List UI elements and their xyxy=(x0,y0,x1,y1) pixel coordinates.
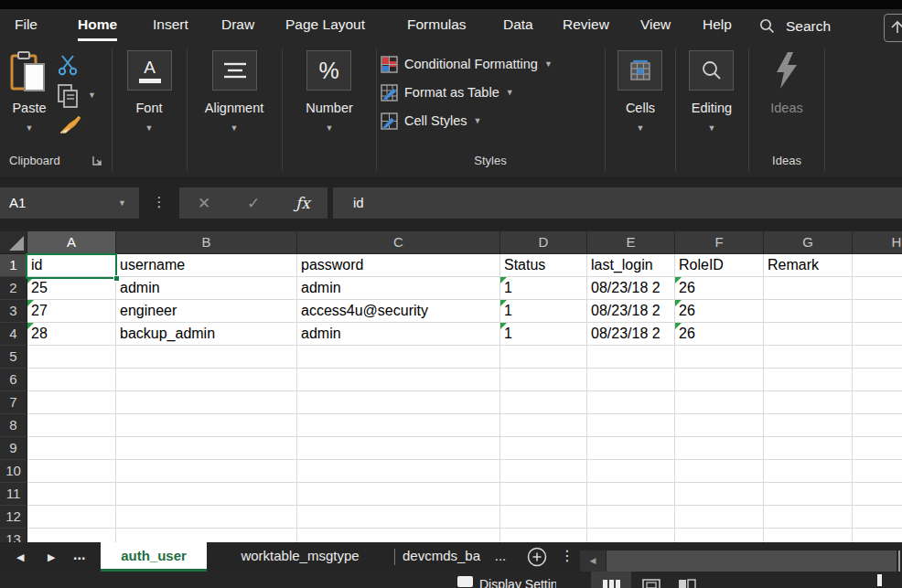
cell-H8[interactable] xyxy=(853,414,902,437)
row-header-9[interactable]: 9 xyxy=(0,437,27,460)
row-header-4[interactable]: 4 xyxy=(0,323,27,346)
alignment-dropdown-caret[interactable]: ▼ xyxy=(188,123,281,133)
column-header-D[interactable]: D xyxy=(500,231,587,254)
cell-C13[interactable] xyxy=(297,529,500,542)
cell-D6[interactable] xyxy=(500,369,587,391)
cell-C10[interactable] xyxy=(297,460,500,483)
cell-G4[interactable] xyxy=(764,323,853,346)
cell-E7[interactable] xyxy=(587,391,675,414)
cell-D2[interactable]: 1 xyxy=(500,277,587,300)
cell-C3[interactable]: access4u@security xyxy=(297,300,500,323)
sheet-tab-menu-icon[interactable]: ⋮ xyxy=(560,542,574,572)
tab-formulas[interactable]: Formulas xyxy=(407,9,467,43)
cell-F4[interactable]: 26 xyxy=(675,323,764,346)
cell-B4[interactable]: backup_admin xyxy=(116,323,297,346)
cell-B3[interactable]: engineer xyxy=(116,300,297,323)
cell-F13[interactable] xyxy=(675,529,764,542)
formula-input[interactable]: id xyxy=(333,187,902,219)
number-group[interactable]: % Number ▼ xyxy=(283,43,376,176)
page-layout-view-icon[interactable] xyxy=(642,579,660,588)
cells-dropdown-caret[interactable]: ▼ xyxy=(606,123,675,133)
row-header-1[interactable]: 1 xyxy=(0,254,27,277)
format-painter-icon[interactable] xyxy=(57,112,82,136)
cell-E5[interactable] xyxy=(587,346,675,369)
cell-G7[interactable] xyxy=(764,391,853,414)
cell-A7[interactable] xyxy=(27,391,116,414)
cell-G2[interactable] xyxy=(764,277,853,300)
cell-B13[interactable] xyxy=(116,529,297,542)
error-indicator-icon[interactable] xyxy=(675,323,682,329)
cell-H6[interactable] xyxy=(853,369,902,391)
cell-E6[interactable] xyxy=(587,369,675,391)
cell-C5[interactable] xyxy=(297,346,500,369)
row-header-6[interactable]: 6 xyxy=(0,369,27,391)
cell-C1[interactable]: password xyxy=(297,254,500,277)
editing-dropdown-caret[interactable]: ▼ xyxy=(676,123,747,133)
cell-C12[interactable] xyxy=(297,506,500,529)
editing-group[interactable]: Editing ▼ xyxy=(676,43,747,176)
row-header-2[interactable]: 2 xyxy=(0,277,27,300)
cell-C6[interactable] xyxy=(297,369,500,391)
cell-A2[interactable]: 25 xyxy=(27,277,116,300)
cell-A8[interactable] xyxy=(27,414,116,437)
cell-B1[interactable]: username xyxy=(116,254,297,277)
cell-G1[interactable]: Remark xyxy=(764,254,853,277)
cell-E2[interactable]: 08/23/18 2 xyxy=(587,277,675,300)
tab-draw[interactable]: Draw xyxy=(221,9,254,43)
cell-A4[interactable]: 28 xyxy=(27,323,116,346)
sheet-tab-devcmds[interactable]: devcmds_ba xyxy=(403,542,494,572)
cell-C7[interactable] xyxy=(297,391,500,414)
cell-E8[interactable] xyxy=(587,414,675,437)
cell-B2[interactable]: admin xyxy=(116,277,297,300)
cell-D4[interactable]: 1 xyxy=(500,323,587,346)
enter-icon[interactable]: ✓ xyxy=(229,194,278,213)
error-indicator-icon[interactable] xyxy=(27,300,34,306)
cell-H3[interactable] xyxy=(853,300,902,323)
cell-H7[interactable] xyxy=(853,391,902,414)
cell-A12[interactable] xyxy=(27,506,116,529)
error-indicator-icon[interactable] xyxy=(500,300,507,306)
cell-B11[interactable] xyxy=(116,483,297,506)
cell-B7[interactable] xyxy=(116,391,297,414)
cell-F12[interactable] xyxy=(675,506,764,529)
column-header-C[interactable]: C xyxy=(297,231,500,254)
cell-F2[interactable]: 26 xyxy=(675,277,764,300)
cell-F10[interactable] xyxy=(675,460,764,483)
sheet-nav-left-icon[interactable]: ◀ xyxy=(16,542,24,572)
cell-F5[interactable] xyxy=(675,346,764,369)
column-header-E[interactable]: E xyxy=(587,231,675,254)
cell-C8[interactable] xyxy=(297,414,500,437)
number-dropdown-caret[interactable]: ▼ xyxy=(283,123,376,133)
insert-function-icon[interactable]: ƒx xyxy=(278,194,328,212)
tab-data[interactable]: Data xyxy=(503,9,533,43)
cell-D10[interactable] xyxy=(500,460,587,483)
cell-B9[interactable] xyxy=(116,437,297,460)
tab-review[interactable]: Review xyxy=(563,9,609,43)
paste-button[interactable]: Paste ▼ xyxy=(7,50,51,160)
tab-help[interactable]: Help xyxy=(703,9,732,43)
cell-F8[interactable] xyxy=(675,414,764,437)
clipboard-dialog-launcher-icon[interactable] xyxy=(91,155,103,166)
cell-E9[interactable] xyxy=(587,437,675,460)
row-header-13[interactable]: 13 xyxy=(0,529,27,542)
cell-C9[interactable] xyxy=(297,437,500,460)
cells-group[interactable]: Cells ▼ xyxy=(606,43,675,176)
new-sheet-button[interactable] xyxy=(527,547,547,567)
cell-F7[interactable] xyxy=(675,391,764,414)
cell-G10[interactable] xyxy=(764,460,853,483)
cell-F3[interactable]: 26 xyxy=(675,300,764,323)
cell-E13[interactable] xyxy=(587,529,675,542)
row-header-11[interactable]: 11 xyxy=(0,483,27,506)
cell-F6[interactable] xyxy=(675,369,764,391)
row-header-8[interactable]: 8 xyxy=(0,414,27,437)
conditional-formatting-button[interactable]: Conditional Formatting ▼ xyxy=(381,52,553,76)
fill-handle[interactable] xyxy=(113,275,120,282)
cell-D5[interactable] xyxy=(500,346,587,369)
row-header-10[interactable]: 10 xyxy=(0,460,27,483)
name-box-caret[interactable]: ▼ xyxy=(118,187,126,219)
row-header-5[interactable]: 5 xyxy=(0,346,27,369)
name-box[interactable]: A1 ▼ xyxy=(0,187,139,219)
cell-C4[interactable]: admin xyxy=(297,323,500,346)
sheet-overflow-ellipsis[interactable]: ... xyxy=(73,542,85,572)
cell-H10[interactable] xyxy=(853,460,902,483)
